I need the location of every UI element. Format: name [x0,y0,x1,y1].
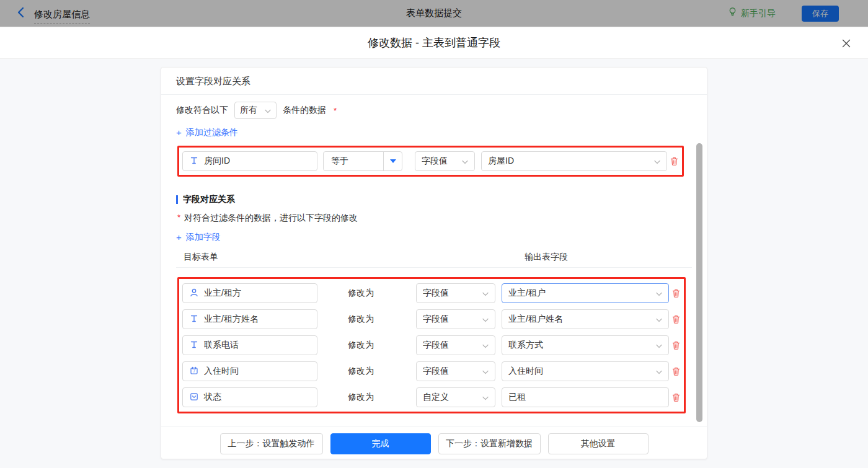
flow-name-label[interactable]: 修改房屋信息 [34,9,90,24]
mapping-field-input[interactable]: 联系电话 [182,335,317,355]
delete-row-icon[interactable] [671,288,681,299]
filter-intro-prefix: 修改符合以下 [176,105,228,116]
mapping-column-headers: 目标表单 输出表字段 [176,252,692,263]
chevron-down-icon [656,366,662,376]
filter-operator-select[interactable]: 等于 [323,151,402,171]
card-title: 设置字段对应关系 [161,68,707,95]
mapping-field-input[interactable]: 7 入住时间 [182,361,317,381]
mapping-mode-select[interactable]: 字段值 [416,335,495,355]
column-header-output-field: 输出表字段 [525,252,568,263]
heading-accent-bar [176,195,178,204]
text-field-icon [189,156,199,167]
filter-field-input[interactable]: 房间ID [182,151,317,171]
beginner-guide-label: 新手引导 [741,8,776,19]
filter-section: 修改符合以下 所有 条件的数据 * + 添加过滤条件 [161,102,707,413]
other-settings-button[interactable]: 其他设置 [548,433,649,454]
vertical-scrollbar-thumb[interactable] [696,143,702,422]
prev-step-button[interactable]: 上一步：设置触发动作 [220,433,323,454]
plus-icon: + [176,233,182,242]
mapping-value-select[interactable]: 业主/租户姓名 [502,309,669,329]
chevron-down-icon [482,314,489,324]
chevron-down-icon [482,288,489,298]
mapping-custom-value-input[interactable]: 已租 [502,387,669,407]
chevron-down-icon [656,288,662,298]
delete-row-icon[interactable] [671,340,681,351]
required-mark: * [334,106,337,115]
lightbulb-icon [728,7,737,20]
modify-to-label: 修改为 [348,392,416,403]
add-filter-condition-button[interactable]: + 添加过滤条件 [176,127,238,138]
mapping-row: 业主/租方 修改为 字段值 业主/租户 [182,283,681,303]
mapping-row: 业主/租方姓名 修改为 字段值 业主/租户姓名 [182,309,681,329]
filter-scope-select[interactable]: 所有 [234,102,277,119]
text-field-icon [189,340,199,351]
mapping-field-input[interactable]: 业主/租方姓名 [182,309,317,329]
add-field-button[interactable]: + 添加字段 [176,232,221,243]
plus-icon: + [176,128,182,137]
chevron-down-icon [654,156,660,166]
topbar-title: 表单数据提交 [406,7,462,19]
modify-to-label: 修改为 [348,288,416,299]
mapping-mode-select[interactable]: 字段值 [416,361,495,381]
member-field-icon [189,288,199,299]
filter-value-type-select[interactable]: 字段值 [415,151,475,171]
back-chevron-icon [16,6,26,21]
mapping-field-input[interactable]: 状态 [182,387,317,407]
mapping-value-select[interactable]: 入住时间 [502,361,669,381]
chevron-down-icon [265,105,271,115]
next-step-button[interactable]: 下一步：设置新增数据 [438,433,541,454]
modal-title: 修改数据 - 主表到普通字段 [368,35,500,50]
modify-to-label: 修改为 [348,314,416,325]
mapping-row: 联系电话 修改为 字段值 联系方式 [182,335,681,355]
column-header-divider [176,267,692,268]
chevron-down-icon [482,366,489,376]
delete-row-icon[interactable] [671,392,681,403]
mapping-value-select[interactable]: 联系方式 [502,335,669,355]
delete-filter-icon[interactable] [670,156,680,167]
mapping-field-input[interactable]: 业主/租方 [182,283,317,303]
mapping-mode-select[interactable]: 字段值 [416,309,495,329]
modify-to-label: 修改为 [348,340,416,351]
footer-divider [161,426,707,426]
filter-intro-row: 修改符合以下 所有 条件的数据 * [176,102,692,119]
mapping-section-heading: 字段对应关系 [176,194,692,205]
date-field-icon: 7 [189,366,199,377]
modify-to-label: 修改为 [348,366,416,377]
delete-row-icon[interactable] [671,314,681,325]
chevron-down-icon [482,392,489,402]
back-button[interactable]: 修改房屋信息 [16,4,90,24]
caret-down-icon [383,152,402,170]
close-icon[interactable] [841,38,852,49]
topbar: 修改房屋信息 表单数据提交 新手引导 保存 [0,0,868,27]
modal-body: 设置字段对应关系 修改符合以下 所有 条件的数据 * + 添加过滤条件 [0,59,868,468]
mapping-highlight-box: 业主/租方 修改为 字段值 业主/租户 [177,277,686,413]
footer-actions: 上一步：设置触发动作 完成 下一步：设置新增数据 其他设置 [161,433,707,454]
svg-text:7: 7 [193,369,195,373]
required-mark: * [177,213,180,222]
mapping-value-select[interactable]: 业主/租户 [502,283,669,303]
mapping-row: 状态 修改为 自定义 已租 [182,387,681,407]
filter-value-field-select[interactable]: 房屋ID [481,151,667,171]
mapping-mode-select[interactable]: 自定义 [416,387,495,407]
mapping-mode-select[interactable]: 字段值 [416,283,495,303]
modal-header: 修改数据 - 主表到普通字段 [0,27,868,59]
finish-button[interactable]: 完成 [330,433,431,454]
beginner-guide-button[interactable]: 新手引导 [728,7,776,20]
column-header-target-form: 目标表单 [184,252,218,263]
filter-highlight-box: 房间ID 等于 字段值 房屋ID [177,146,684,177]
chevron-down-icon [482,340,489,350]
chevron-down-icon [656,340,662,350]
text-field-icon [189,314,199,325]
select-field-icon [189,392,199,404]
chevron-down-icon [462,156,468,166]
save-button[interactable]: 保存 [802,6,839,22]
mapping-description: * 对符合过滤条件的数据，进行以下字段的修改 [176,213,692,224]
delete-row-icon[interactable] [671,366,681,377]
settings-card: 设置字段对应关系 修改符合以下 所有 条件的数据 * + 添加过滤条件 [161,67,707,459]
mapping-row: 7 入住时间 修改为 字段值 入住时间 [182,361,681,381]
filter-intro-suffix: 条件的数据 [283,105,326,116]
chevron-down-icon [656,314,662,324]
